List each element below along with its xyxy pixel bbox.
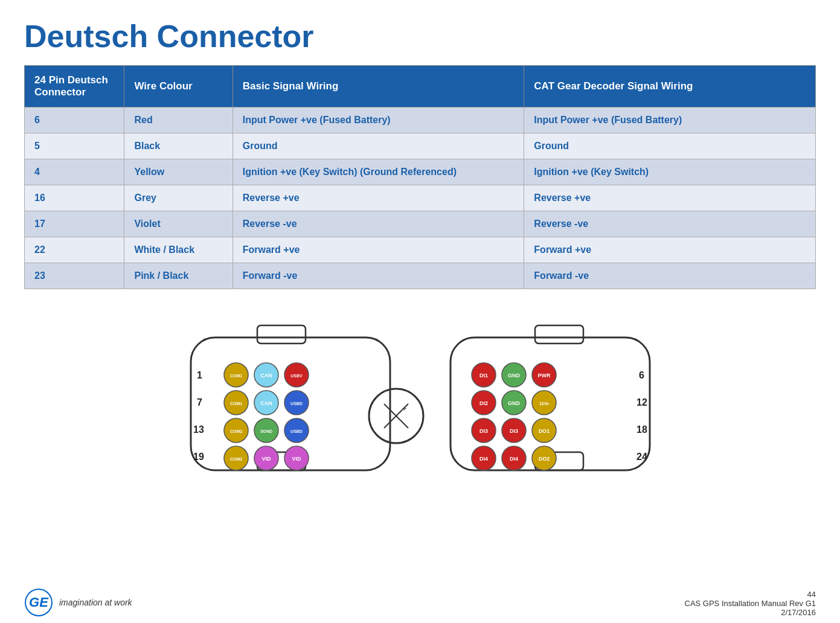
footer: 44 CAS GPS Installation Manual Rev G1 2/… — [685, 590, 816, 617]
cell-pin: 6 — [25, 107, 124, 133]
svg-text:DO1: DO1 — [538, 428, 550, 434]
svg-text:DI4: DI4 — [479, 456, 487, 462]
page-number: 44 — [685, 590, 816, 599]
cell-wire: Black — [124, 133, 232, 159]
cell-wire: White / Black — [124, 237, 232, 263]
cell-basic: Reverse -ve — [232, 211, 524, 237]
svg-text:COM1: COM1 — [229, 401, 242, 406]
cell-cat: Reverse +ve — [524, 185, 816, 211]
svg-text:DI4: DI4 — [509, 456, 518, 462]
cell-pin: 23 — [25, 263, 124, 289]
svg-text:COM2: COM2 — [229, 429, 242, 433]
svg-text:12: 12 — [636, 397, 647, 407]
svg-text:DI1: DI1 — [479, 372, 487, 379]
cell-basic: Reverse +ve — [232, 185, 524, 211]
svg-text:GND: GND — [508, 400, 521, 406]
svg-text:CAN: CAN — [260, 372, 272, 379]
manual-date: 2/17/2016 — [685, 608, 816, 617]
svg-text:DO2: DO2 — [538, 456, 550, 462]
cell-basic: Forward -ve — [232, 263, 524, 289]
svg-text:VID: VID — [292, 456, 301, 462]
cell-wire: Violet — [124, 211, 232, 237]
ge-tagline: imagination at work — [59, 598, 132, 607]
cell-cat: Ground — [524, 133, 816, 159]
svg-text:COM2: COM2 — [229, 457, 242, 461]
connector-diagram: 1 7 13 19 COM1 CAN USBV COM1 CAN USBD CO… — [24, 307, 816, 500]
table-row: 17VioletReverse -veReverse -ve — [25, 211, 816, 237]
table-row: 6RedInput Power +ve (Fused Battery)Input… — [25, 107, 816, 133]
cell-cat: Input Power +ve (Fused Battery) — [524, 107, 816, 133]
cell-wire: Red — [124, 107, 232, 133]
page-title: Deutsch Connector — [24, 18, 816, 54]
svg-text:DI2: DI2 — [479, 400, 487, 406]
svg-text:+: + — [402, 404, 407, 413]
svg-text:12Vo: 12Vo — [539, 401, 548, 406]
cell-cat: Reverse -ve — [524, 211, 816, 237]
svg-text:USBD: USBD — [290, 429, 303, 433]
svg-text:SGND: SGND — [260, 429, 272, 433]
cell-cat: Forward -ve — [524, 263, 816, 289]
col-header-basic: Basic Signal Wiring — [232, 66, 524, 107]
cell-basic: Ground — [232, 133, 524, 159]
manual-name: CAS GPS Installation Manual Rev G1 — [685, 599, 816, 608]
cell-wire: Grey — [124, 185, 232, 211]
cell-basic: Forward +ve — [232, 237, 524, 263]
wiring-table: 24 Pin Deutsch Connector Wire Colour Bas… — [24, 65, 816, 289]
cell-pin: 5 — [25, 133, 124, 159]
svg-rect-36 — [535, 325, 583, 343]
svg-text:24: 24 — [636, 452, 647, 462]
cell-pin: 4 — [25, 159, 124, 185]
svg-text:7: 7 — [197, 397, 202, 407]
svg-text:GE: GE — [29, 595, 49, 610]
svg-text:PWR: PWR — [537, 372, 550, 379]
svg-text:USBD: USBD — [290, 401, 303, 406]
cell-cat: Ignition +ve (Key Switch) — [524, 159, 816, 185]
svg-text:CAN: CAN — [260, 400, 272, 406]
cell-wire: Pink / Black — [124, 263, 232, 289]
table-row: 23Pink / BlackForward -veForward -ve — [25, 263, 816, 289]
table-row: 5BlackGroundGround — [25, 133, 816, 159]
svg-text:18: 18 — [636, 424, 647, 435]
col-header-pin: 24 Pin Deutsch Connector — [25, 66, 124, 107]
cell-pin: 17 — [25, 211, 124, 237]
cell-wire: Yellow — [124, 159, 232, 185]
ge-logo-area: GE imagination at work — [24, 588, 132, 617]
table-row: 4YellowIgnition +ve (Key Switch) (Ground… — [25, 159, 816, 185]
svg-rect-1 — [257, 325, 306, 343]
svg-text:GND: GND — [508, 372, 521, 379]
svg-text:USBV: USBV — [290, 374, 303, 378]
svg-text:DI3: DI3 — [509, 428, 518, 434]
svg-text:19: 19 — [193, 452, 204, 462]
cell-basic: Ignition +ve (Key Switch) (Ground Refere… — [232, 159, 524, 185]
svg-text:DI3: DI3 — [479, 428, 487, 434]
ge-logo-icon: GE — [24, 588, 53, 617]
cell-cat: Forward +ve — [524, 237, 816, 263]
svg-text:6: 6 — [639, 370, 644, 380]
col-header-wire: Wire Colour — [124, 66, 232, 107]
svg-text:COM1: COM1 — [229, 374, 242, 378]
table-row: 22White / BlackForward +veForward +ve — [25, 237, 816, 263]
cell-basic: Input Power +ve (Fused Battery) — [232, 107, 524, 133]
table-row: 16GreyReverse +veReverse +ve — [25, 185, 816, 211]
cell-pin: 16 — [25, 185, 124, 211]
svg-text:1: 1 — [197, 370, 202, 380]
cell-pin: 22 — [25, 237, 124, 263]
col-header-cat: CAT Gear Decoder Signal Wiring — [524, 66, 816, 107]
svg-text:13: 13 — [193, 424, 204, 435]
svg-text:VID: VID — [261, 456, 271, 462]
